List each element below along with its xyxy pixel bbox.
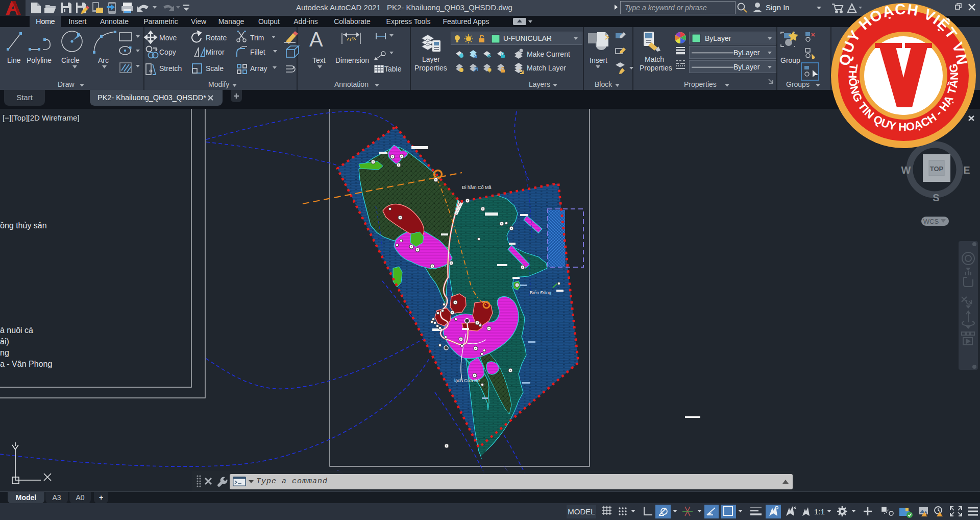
svg-text:E: E <box>963 164 970 176</box>
svg-text:S: S <box>933 192 939 203</box>
svg-text:!: ! <box>941 513 942 516</box>
svg-text:Đi hầm Cổ Mã: Đi hầm Cổ Mã <box>462 185 492 190</box>
svg-text:!: ! <box>926 513 927 516</box>
svg-text:TOP: TOP <box>930 165 944 173</box>
svg-text:Biển Đông: Biển Đông <box>530 290 551 295</box>
svg-text:1:1: 1:1 <box>814 507 825 516</box>
svg-text:WCS: WCS <box>923 218 939 225</box>
svg-text:A: A <box>309 28 323 51</box>
svg-text:W: W <box>901 164 911 176</box>
svg-text:lạch Cửa Bé: lạch Cửa Bé <box>454 378 480 383</box>
